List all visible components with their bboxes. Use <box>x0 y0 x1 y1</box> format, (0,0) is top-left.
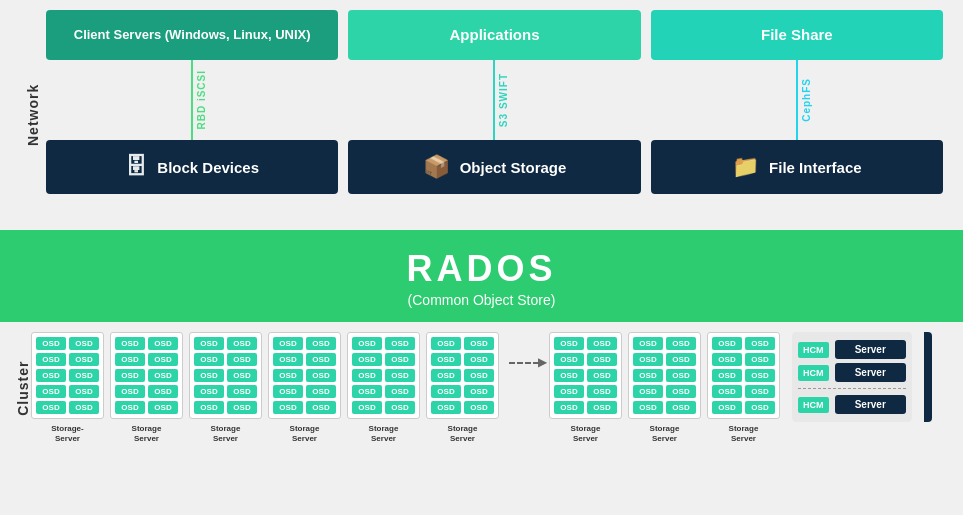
osd-box: OSD <box>115 385 145 398</box>
osd-box: OSD <box>633 385 663 398</box>
connector-s3: S3 SWIFT <box>348 60 640 140</box>
cluster-section: Cluster OSDOSD OSDOSD OSDOSD OSDOSD OSDO… <box>0 322 963 455</box>
osd-box: OSD <box>227 385 257 398</box>
rados-title: RADOS <box>10 248 953 290</box>
monitors-label <box>924 332 932 422</box>
cephfs-label: CephFS <box>801 78 812 122</box>
osd-box: OSD <box>712 369 742 382</box>
osd-box: OSD <box>587 401 617 414</box>
osd-grid-3: OSDOSD OSDOSD OSDOSD OSDOSD OSDOSD <box>189 332 262 419</box>
s3-label: S3 SWIFT <box>498 73 509 127</box>
osd-box: OSD <box>554 401 584 414</box>
osd-box: OSD <box>306 401 336 414</box>
cluster-content: OSDOSD OSDOSD OSDOSD OSDOSD OSDOSD Stora… <box>31 332 953 445</box>
server-label-4: StorageServer <box>290 424 320 445</box>
osd-box: OSD <box>666 369 696 382</box>
osd-box: OSD <box>36 369 66 382</box>
osd-box: OSD <box>69 353 99 366</box>
osd-box: OSD <box>194 385 224 398</box>
osd-grid-1: OSDOSD OSDOSD OSDOSD OSDOSD OSDOSD <box>31 332 104 419</box>
osd-box: OSD <box>464 353 494 366</box>
osd-grid-5: OSDOSD OSDOSD OSDOSD OSDOSD OSDOSD <box>347 332 420 419</box>
hcm-badge-3: HCM <box>798 397 829 413</box>
osd-grid-r1: OSDOSD OSDOSD OSDOSD OSDOSD OSDOSD <box>549 332 622 419</box>
block-devices-icon: 🗄 <box>125 154 147 180</box>
network-label: Network <box>20 10 46 220</box>
osd-box: OSD <box>431 353 461 366</box>
osd-box: OSD <box>194 353 224 366</box>
osd-box: OSD <box>633 369 663 382</box>
osd-box: OSD <box>352 401 382 414</box>
osd-box: OSD <box>712 385 742 398</box>
network-section: Network Client Servers (Windows, Linux, … <box>0 0 963 220</box>
monitors-container: HCM Server HCM Server HCM Server <box>792 332 912 422</box>
osd-box: OSD <box>148 369 178 382</box>
monitor-divider <box>798 388 906 389</box>
osd-box: OSD <box>36 385 66 398</box>
server-label-5: StorageServer <box>369 424 399 445</box>
osd-box: OSD <box>745 369 775 382</box>
server-label-r2: StorageServer <box>650 424 680 445</box>
osd-box: OSD <box>633 401 663 414</box>
file-interface-box: 📁 File Interface <box>651 140 943 194</box>
osd-box: OSD <box>385 337 415 350</box>
osd-box: OSD <box>431 369 461 382</box>
rbd-label: RBD iSCSI <box>196 70 207 130</box>
osd-box: OSD <box>194 369 224 382</box>
osd-box: OSD <box>36 337 66 350</box>
osd-box: OSD <box>554 337 584 350</box>
osd-box: OSD <box>306 385 336 398</box>
osd-box: OSD <box>554 369 584 382</box>
monitor-server-3: Server <box>835 395 907 414</box>
osd-box: OSD <box>69 369 99 382</box>
connector-cephfs: CephFS <box>651 60 943 140</box>
osd-grid-r2: OSDOSD OSDOSD OSDOSD OSDOSD OSDOSD <box>628 332 701 419</box>
osd-box: OSD <box>227 337 257 350</box>
osd-box: OSD <box>666 337 696 350</box>
osd-box: OSD <box>633 337 663 350</box>
osd-box: OSD <box>69 337 99 350</box>
osd-box: OSD <box>115 401 145 414</box>
rados-subtitle: (Common Object Store) <box>10 292 953 308</box>
osd-box: OSD <box>385 385 415 398</box>
dashed-arrow-icon <box>509 362 539 364</box>
osd-box: OSD <box>666 385 696 398</box>
osd-box: OSD <box>69 385 99 398</box>
server-label-1: Storage-Server <box>51 424 83 445</box>
server-group-r1: OSDOSD OSDOSD OSDOSD OSDOSD OSDOSD Stora… <box>549 332 622 445</box>
osd-box: OSD <box>36 353 66 366</box>
top-boxes: Client Servers (Windows, Linux, UNIX) Ap… <box>46 10 943 60</box>
osd-box: OSD <box>745 337 775 350</box>
server-label-3: StorageServer <box>211 424 241 445</box>
osd-box: OSD <box>385 401 415 414</box>
diagram-container: Network Client Servers (Windows, Linux, … <box>0 0 963 455</box>
osd-box: OSD <box>666 353 696 366</box>
server-label-r3: StorageServer <box>729 424 759 445</box>
file-interface-icon: 📁 <box>732 154 759 180</box>
server-label-6: StorageServer <box>448 424 478 445</box>
osd-box: OSD <box>115 337 145 350</box>
server-group-5: OSDOSD OSDOSD OSDOSD OSDOSD OSDOSD Stora… <box>347 332 420 445</box>
osd-grid-4: OSDOSD OSDOSD OSDOSD OSDOSD OSDOSD <box>268 332 341 419</box>
osd-box: OSD <box>115 369 145 382</box>
osd-box: OSD <box>464 337 494 350</box>
osd-box: OSD <box>194 401 224 414</box>
osd-box: OSD <box>712 401 742 414</box>
osd-grid-r3: OSDOSD OSDOSD OSDOSD OSDOSD OSDOSD <box>707 332 780 419</box>
server-label-r1: StorageServer <box>571 424 601 445</box>
osd-box: OSD <box>69 401 99 414</box>
monitor-row-2: HCM Server <box>798 363 906 382</box>
monitor-server-2: Server <box>835 363 907 382</box>
hcm-badge-2: HCM <box>798 365 829 381</box>
osd-box: OSD <box>712 353 742 366</box>
osd-box: OSD <box>273 401 303 414</box>
osd-box: OSD <box>36 401 66 414</box>
monitor-row-1: HCM Server <box>798 340 906 359</box>
osd-box: OSD <box>633 353 663 366</box>
osd-box: OSD <box>431 385 461 398</box>
osd-box: OSD <box>194 337 224 350</box>
server-group-1: OSDOSD OSDOSD OSDOSD OSDOSD OSDOSD Stora… <box>31 332 104 445</box>
bottom-boxes: 🗄 Block Devices 📦 Object Storage 📁 File … <box>46 140 943 194</box>
osd-box: OSD <box>385 353 415 366</box>
osd-box: OSD <box>745 401 775 414</box>
